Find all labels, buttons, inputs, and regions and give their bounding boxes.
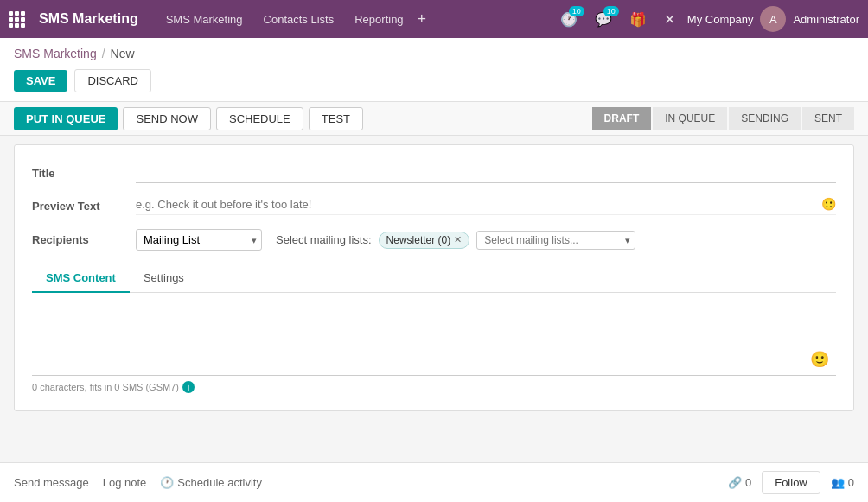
tab-settings[interactable]: Settings	[130, 264, 198, 293]
breadcrumb-separator: /	[102, 47, 105, 60]
recipients-field-group: Recipients Mailing List All Contacts Spe…	[32, 229, 836, 251]
preview-text-input[interactable]	[136, 198, 821, 211]
status-pipeline: DRAFT IN QUEUE SENDING SENT	[592, 107, 854, 130]
user-followers-number: 0	[848, 476, 854, 489]
bottom-right: 🔗 0 Follow 👥 0	[728, 471, 854, 494]
recipients-select-wrapper: Mailing List All Contacts Specific Custo…	[136, 229, 262, 251]
info-icon[interactable]: i	[182, 381, 195, 393]
recipients-row: Mailing List All Contacts Specific Custo…	[136, 229, 836, 251]
test-button[interactable]: TEST	[309, 107, 363, 130]
breadcrumb-parent[interactable]: SMS Marketing	[14, 47, 97, 60]
char-count-text: 0 characters, fits in 0 SMS (GSM7)	[32, 382, 179, 392]
tabs-row: SMS Content Settings	[32, 264, 836, 293]
mailing-list-label: Select mailing lists:	[276, 233, 372, 246]
company-name[interactable]: My Company	[687, 13, 754, 26]
sms-content-area[interactable]	[32, 307, 836, 376]
emoji-icon-sms[interactable]: 🙂	[810, 350, 829, 369]
preview-text-label: Preview Text	[32, 200, 136, 213]
char-count-row: 0 characters, fits in 0 SMS (GSM7) i	[32, 381, 836, 393]
newsletter-tag-label: Newsletter (0)	[386, 234, 451, 246]
avatar-initial: A	[769, 13, 777, 26]
follow-button[interactable]: Follow	[762, 471, 820, 494]
status-in-queue[interactable]: IN QUEUE	[653, 107, 727, 130]
chat-badge: 10	[603, 6, 619, 16]
newsletter-tag-remove[interactable]: ✕	[454, 234, 462, 245]
nav-contacts-lists[interactable]: Contacts Lists	[257, 10, 341, 29]
mailing-list-select-wrapper	[476, 231, 635, 250]
apps-menu-icon[interactable]	[9, 11, 25, 28]
newsletter-tag: Newsletter (0) ✕	[379, 232, 470, 249]
log-note-button[interactable]: Log note	[103, 476, 147, 489]
send-now-button[interactable]: SEND NOW	[123, 107, 211, 130]
breadcrumb: SMS Marketing / New	[0, 38, 868, 64]
schedule-activity-button[interactable]: 🕐 Schedule activity	[160, 476, 262, 489]
status-sending[interactable]: SENDING	[729, 107, 801, 130]
admin-name[interactable]: Administrator	[793, 13, 859, 26]
discard-button[interactable]: DISCARD	[74, 69, 151, 92]
user-followers-icon: 👥 0	[831, 476, 854, 489]
nav-reporting[interactable]: Reporting	[348, 10, 410, 29]
action-row: SAVE DISCARD	[0, 64, 868, 101]
nav-sms-marketing[interactable]: SMS Marketing	[159, 10, 250, 29]
title-input[interactable]	[136, 162, 836, 183]
followers-number: 0	[745, 476, 751, 489]
emoji-icon-preview[interactable]: 🙂	[821, 197, 836, 211]
clock-icon-btn[interactable]: 🕐 10	[555, 8, 583, 31]
top-navigation: SMS Marketing SMS Marketing Contacts Lis…	[0, 0, 868, 38]
clock-badge: 10	[569, 6, 584, 16]
mailing-list-input[interactable]	[476, 231, 635, 250]
save-button[interactable]: SAVE	[14, 70, 67, 92]
avatar[interactable]: A	[760, 6, 786, 32]
preview-text-field-group: Preview Text 🙂	[32, 197, 836, 215]
bottom-bar: Send message Log note 🕐 Schedule activit…	[0, 462, 868, 502]
chat-icon-btn[interactable]: 💬 10	[590, 8, 617, 31]
status-draft[interactable]: DRAFT	[592, 107, 652, 130]
title-field-group: Title	[32, 162, 836, 183]
followers-icon: 🔗	[728, 476, 742, 489]
recipients-select[interactable]: Mailing List All Contacts Specific Custo…	[136, 229, 262, 251]
close-icon-btn[interactable]: ✕	[659, 8, 680, 31]
breadcrumb-current: New	[111, 47, 135, 60]
send-message-button[interactable]: Send message	[14, 476, 89, 489]
title-label: Title	[32, 167, 136, 180]
followers-count: 🔗 0	[728, 476, 751, 489]
schedule-button[interactable]: SCHEDULE	[216, 107, 303, 130]
put-in-queue-button[interactable]: PUT IN QUEUE	[14, 107, 118, 130]
add-menu-icon[interactable]: +	[418, 10, 427, 29]
tab-sms-content[interactable]: SMS Content	[32, 264, 130, 293]
people-icon: 👥	[831, 476, 845, 489]
recipients-label: Recipients	[32, 233, 136, 246]
schedule-activity-label: Schedule activity	[177, 476, 262, 489]
app-name: SMS Marketing	[39, 11, 138, 27]
workflow-bar: PUT IN QUEUE SEND NOW SCHEDULE TEST DRAF…	[0, 101, 868, 136]
main-form: Title Preview Text 🙂 Recipients Mailing …	[14, 144, 854, 411]
status-sent[interactable]: SENT	[802, 107, 854, 130]
schedule-activity-icon: 🕐	[160, 476, 174, 489]
gift-icon-btn[interactable]: 🎁	[624, 8, 652, 31]
mailing-list-section: Select mailing lists: Newsletter (0) ✕	[276, 231, 635, 250]
